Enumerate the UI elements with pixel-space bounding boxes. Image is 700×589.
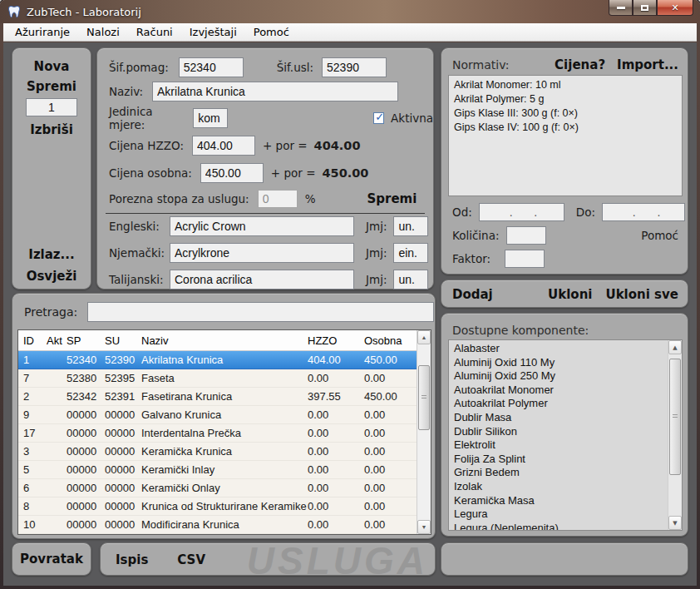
cijena-button[interactable]: Cijena?	[555, 57, 605, 72]
porezna-stopa-field[interactable]	[258, 190, 298, 208]
csv-button[interactable]: CSV	[177, 552, 205, 567]
menu-item-pomo[interactable]: Pomoć	[245, 24, 298, 40]
comp-scroll-up-icon[interactable]: ▲	[668, 340, 682, 354]
component-item[interactable]: Keramička Masa	[449, 494, 682, 508]
component-item[interactable]: Aluminij Oxid 250 My	[449, 369, 682, 384]
table-row[interactable]: 25234252391Fasetirana Krunica397.55450.0…	[18, 388, 431, 406]
table-row[interactable]: 170000000000Interdentalna Prečka0.000.00	[18, 424, 431, 443]
column-header-hzzo[interactable]: HZZO	[308, 334, 364, 347]
table-row[interactable]: 50000000000Keramički Inlay0.000.00	[18, 461, 431, 479]
column-header-id[interactable]: ID	[23, 334, 47, 347]
column-header-osobna[interactable]: Osobna	[364, 334, 414, 347]
njemacki-field[interactable]	[170, 243, 354, 263]
osvjezi-button[interactable]: Osvježi	[12, 269, 91, 284]
component-item[interactable]: Aluminij Oxid 110 My	[449, 356, 682, 370]
table-row[interactable]: 60000000000Keramički Onlay0.000.00	[18, 479, 431, 497]
ukloni-sve-button[interactable]: Ukloni sve	[605, 287, 678, 302]
izbrisi-button[interactable]: Izbriši	[12, 122, 91, 137]
jmj-label-de: Jmj:	[366, 246, 387, 260]
spremi-button[interactable]: Spremi	[12, 79, 91, 94]
title-bar[interactable]: ZubTech - Laboratorij ✕	[0, 0, 700, 23]
cell-id: 6	[23, 482, 47, 494]
normativ-item[interactable]: Gips Klase IV: 100 g (f: 0×)	[449, 121, 682, 135]
scroll-up-icon[interactable]: ▲	[417, 330, 431, 344]
table-scroll-thumb[interactable]	[418, 365, 430, 430]
ispis-button[interactable]: Ispis	[116, 552, 148, 567]
naziv-field[interactable]	[152, 82, 398, 101]
menu-item-auriranje[interactable]: Ažuriranje	[7, 24, 78, 40]
table-scrollbar[interactable]: ▲ ▼	[417, 330, 431, 534]
kolicina-field[interactable]	[506, 226, 546, 245]
form-spremi-button[interactable]: Spremi	[367, 191, 417, 206]
do-date-field[interactable]	[602, 203, 685, 221]
component-item[interactable]: Alabaster	[449, 342, 682, 356]
jmj-label-en: Jmj:	[366, 220, 387, 233]
jmj-field-de[interactable]	[393, 243, 428, 263]
engleski-field[interactable]	[170, 216, 354, 236]
cijena-hzzo-field[interactable]	[192, 136, 255, 156]
porezna-stopa-label: Porezna stopa za uslugu:	[109, 192, 249, 205]
app-window: ZubTech - Laboratorij ✕ AžuriranjeNalozi…	[0, 0, 700, 589]
table-row[interactable]: 80000000000Krunica od Strukturirane Kera…	[18, 497, 431, 516]
normativ-item[interactable]: Akrilat Monomer: 10 ml	[449, 78, 682, 92]
jedinica-mjere-label: Jedinica mjere:	[109, 105, 185, 131]
component-item[interactable]: Folija Za Splint	[449, 453, 682, 467]
menu-item-nalozi[interactable]: Nalozi	[78, 24, 128, 40]
components-list[interactable]: AlabasterAluminij Oxid 110 MyAluminij Ox…	[448, 339, 683, 531]
component-item[interactable]: Izolak	[449, 480, 682, 494]
table-row[interactable]: 30000000000Keramička Krunica0.000.00	[18, 443, 431, 461]
table-row[interactable]: 15234052390Akrilatna Krunica404.00450.00	[18, 351, 431, 369]
close-button[interactable]: ✕	[657, 0, 693, 16]
talijanski-field[interactable]	[170, 270, 354, 290]
cijena-osobna-field[interactable]	[200, 163, 264, 183]
normativ-item[interactable]: Akrilat Polymer: 5 g	[449, 92, 682, 106]
import-button[interactable]: Import...	[617, 57, 678, 72]
izlaz-button[interactable]: Izlaz...	[12, 247, 91, 262]
column-header-akt[interactable]: Akt	[47, 334, 67, 347]
jmj-field-en[interactable]	[393, 216, 428, 236]
window-controls: ✕	[609, 0, 693, 16]
ukloni-button[interactable]: Ukloni	[548, 287, 592, 302]
sif-pomag-field[interactable]	[179, 57, 244, 77]
normativ-list[interactable]: Akrilat Monomer: 10 mlAkrilat Polymer: 5…	[448, 75, 683, 196]
nova-button[interactable]: Nova	[12, 59, 91, 74]
component-item[interactable]: Legura	[449, 507, 682, 522]
povratak-button[interactable]: Povratak	[12, 552, 91, 567]
table-row[interactable]: 75238052395Faseta0.000.00	[18, 369, 431, 388]
scroll-down-icon[interactable]: ▼	[417, 520, 431, 534]
component-item[interactable]: Grizni Bedem	[449, 466, 682, 480]
column-header-su[interactable]: SU	[105, 334, 141, 347]
record-counter-field[interactable]	[26, 98, 77, 116]
pomoc-button[interactable]: Pomoć	[641, 229, 678, 242]
component-item[interactable]: Elektrolit	[449, 438, 682, 453]
minimize-button[interactable]	[609, 0, 633, 16]
normativ-item[interactable]: Gips Klase III: 300 g (f: 0×)	[449, 106, 682, 121]
jmj-field-it[interactable]	[393, 270, 428, 290]
table-header[interactable]: IDAktSPSUNazivHZZOOsobna	[18, 330, 431, 351]
cell-sp: 00000	[67, 445, 105, 458]
menu-item-rauni[interactable]: Računi	[128, 24, 181, 40]
cell-hzzo: 0.00	[308, 408, 364, 421]
components-scroll-thumb[interactable]	[669, 359, 681, 475]
table-row[interactable]: 90000000000Galvano Krunica0.000.00	[18, 406, 431, 424]
components-scrollbar[interactable]: ▲ ▼	[668, 340, 682, 530]
sif-usl-field[interactable]	[322, 57, 387, 77]
component-item[interactable]: Legura (Neplemenita)	[449, 522, 682, 531]
dodaj-button[interactable]: Dodaj	[452, 287, 493, 302]
maximize-button[interactable]	[633, 0, 657, 16]
table-row[interactable]: 100000000000Modificirana Krunica0.000.00	[18, 516, 431, 534]
column-header-sp[interactable]: SP	[67, 334, 105, 347]
component-item[interactable]: Dublir Silikon	[449, 425, 682, 439]
comp-scroll-down-icon[interactable]: ▼	[668, 516, 682, 530]
component-item[interactable]: Dublir Masa	[449, 411, 682, 425]
aktivna-checkbox[interactable]: ✓	[373, 112, 384, 124]
component-item[interactable]: Autoakrilat Polymer	[449, 397, 682, 411]
component-item[interactable]: Autoakrilat Monomer	[449, 384, 682, 398]
faktor-field[interactable]	[505, 250, 545, 268]
menu-item-izvjetaji[interactable]: Izvještaji	[181, 24, 245, 40]
column-header-naziv[interactable]: Naziv	[141, 334, 308, 347]
od-date-field[interactable]	[479, 203, 564, 221]
jedinica-mjere-field[interactable]	[193, 108, 228, 128]
search-table-panel: Pretraga: IDAktSPSUNazivHZZOOsobna 15234…	[12, 293, 436, 539]
pretraga-input[interactable]	[87, 302, 434, 322]
